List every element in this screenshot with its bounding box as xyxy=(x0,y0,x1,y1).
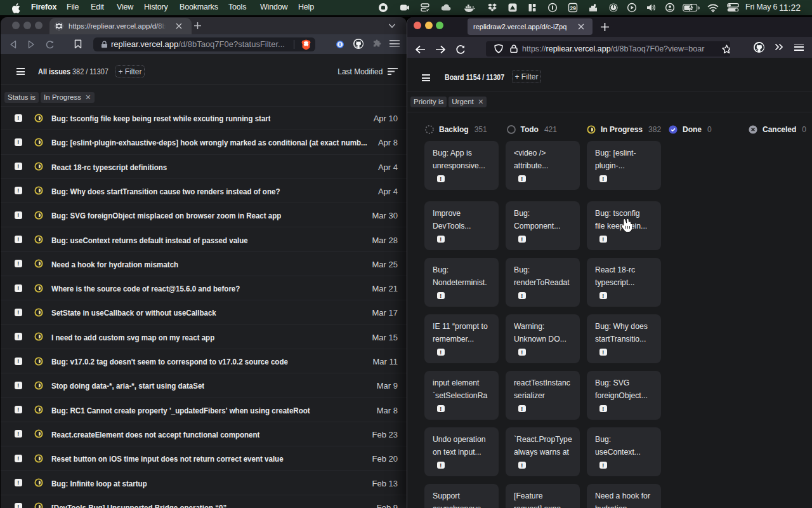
svg-text:29: 29 xyxy=(570,5,576,11)
